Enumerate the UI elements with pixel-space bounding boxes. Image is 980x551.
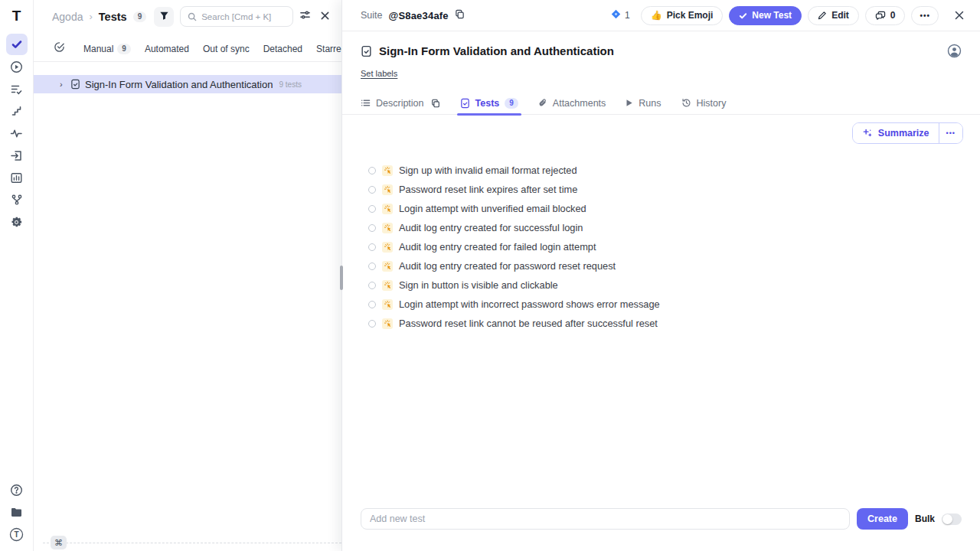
detail-titlebar: Sign-In Form Validation and Authenticati… xyxy=(342,31,980,58)
summarize-button-group: Summarize ••• xyxy=(852,122,963,144)
view-settings-button[interactable] xyxy=(299,9,311,24)
test-title: Audit log entry created for password res… xyxy=(399,260,616,272)
tab-attachments[interactable]: Attachments xyxy=(538,92,606,115)
test-row[interactable]: Audit log entry created for successful l… xyxy=(368,218,962,237)
gem-count: 1 xyxy=(625,10,630,21)
filter-tab-automated[interactable]: Automated xyxy=(145,44,189,54)
toggle-knob xyxy=(942,514,952,524)
new-test-label: New Test xyxy=(752,10,792,21)
rail-item-tests[interactable] xyxy=(6,34,28,55)
rail-item-pulse[interactable] xyxy=(6,122,28,144)
rail-item-plans[interactable] xyxy=(6,78,28,99)
copy-description-button[interactable] xyxy=(431,99,440,108)
tab-runs[interactable]: Runs xyxy=(626,92,661,115)
test-title: Sign up with invalid email format reject… xyxy=(399,165,577,176)
test-select-radio[interactable] xyxy=(368,320,376,328)
test-title: Password reset link cannot be reused aft… xyxy=(399,318,658,329)
test-title: Login attempt with incorrect password sh… xyxy=(399,298,660,310)
breadcrumb-section: Tests xyxy=(99,11,127,23)
test-select-radio[interactable] xyxy=(368,262,376,270)
sliders-icon xyxy=(299,9,311,24)
panel-resize-handle[interactable] xyxy=(340,266,343,290)
copy-icon xyxy=(455,8,465,22)
tab-description[interactable]: Description xyxy=(361,92,440,115)
detail-header: Suite @S8ae34afe 1 👍 Pick Emoji New Test xyxy=(342,0,980,31)
gem-icon xyxy=(611,8,621,22)
manual-test-icon xyxy=(382,184,393,195)
tests-count-badge: 9 xyxy=(133,11,147,22)
test-row[interactable]: Audit log entry created for failed login… xyxy=(368,237,962,256)
rail-item-analytics[interactable] xyxy=(6,167,28,188)
test-select-radio[interactable] xyxy=(368,301,376,308)
manual-test-icon xyxy=(382,204,393,214)
test-list: Sign up with invalid email format reject… xyxy=(342,144,980,333)
summarize-more-button[interactable]: ••• xyxy=(939,123,962,143)
manual-test-icon xyxy=(382,280,393,291)
filter-tab-manual[interactable]: Manual 9 xyxy=(83,44,131,54)
test-select-radio[interactable] xyxy=(368,167,376,174)
summarize-button[interactable]: Summarize xyxy=(853,123,939,143)
gem-counter[interactable]: 1 xyxy=(611,8,630,22)
tab-tests[interactable]: Tests 9 xyxy=(460,92,518,115)
test-select-radio[interactable] xyxy=(368,282,376,289)
edit-button[interactable]: Edit xyxy=(808,6,859,25)
manual-test-icon xyxy=(382,318,393,329)
test-row[interactable]: Audit log entry created for password res… xyxy=(368,256,962,276)
gear-icon xyxy=(10,216,23,229)
breadcrumb-separator: › xyxy=(89,11,92,22)
new-test-button[interactable]: New Test xyxy=(729,6,802,25)
test-row[interactable]: Sign in button is visible and clickable xyxy=(368,276,962,295)
rail-item-branches[interactable] xyxy=(6,189,28,210)
assignee-avatar-icon[interactable] xyxy=(947,44,962,58)
rail-item-help[interactable] xyxy=(6,479,28,500)
rail-item-projects[interactable] xyxy=(6,501,28,523)
set-labels-link[interactable]: Set labels xyxy=(361,69,397,78)
search-placeholder: Search [Cmd + K] xyxy=(201,12,271,21)
test-select-radio[interactable] xyxy=(368,186,376,194)
suite-tree-row[interactable]: › Sign-In Form Validation and Authentica… xyxy=(34,75,341,93)
test-row[interactable]: Sign up with invalid email format reject… xyxy=(368,161,962,180)
test-select-radio[interactable] xyxy=(368,205,376,213)
rail-item-import[interactable] xyxy=(6,145,28,166)
list-check-icon xyxy=(10,83,23,96)
search-input[interactable]: Search [Cmd + K] xyxy=(180,6,293,27)
chevron-right-icon[interactable]: › xyxy=(60,80,66,89)
comments-button[interactable]: 0 xyxy=(865,6,906,25)
breadcrumb-project[interactable]: Agoda xyxy=(52,11,83,23)
tab-attachments-label: Attachments xyxy=(553,98,606,109)
doc-check-icon xyxy=(460,98,470,109)
copy-suite-id-button[interactable] xyxy=(455,8,465,22)
filter-tab-label: Manual xyxy=(83,44,113,54)
test-row[interactable]: Password reset link expires after set ti… xyxy=(368,180,962,199)
manual-test-icon xyxy=(382,223,393,233)
test-row[interactable]: Login attempt with incorrect password sh… xyxy=(368,295,962,314)
filter-tab-detached[interactable]: Detached xyxy=(263,44,302,54)
app-logo[interactable]: T xyxy=(12,8,21,24)
rail-item-settings[interactable] xyxy=(6,211,28,233)
test-select-radio[interactable] xyxy=(368,243,376,251)
filter-tab-out-of-sync[interactable]: Out of sync xyxy=(203,44,250,54)
create-test-button[interactable]: Create xyxy=(857,508,908,530)
command-key-hint: ⌘ xyxy=(51,536,67,549)
test-select-radio[interactable] xyxy=(368,224,376,232)
bulk-mode-toggle[interactable] xyxy=(942,514,962,525)
filter-button[interactable] xyxy=(154,7,174,27)
play-icon xyxy=(626,99,633,107)
test-row[interactable]: Login attempt with unverified email bloc… xyxy=(368,199,962,218)
test-row[interactable]: Password reset link cannot be reused aft… xyxy=(368,314,962,333)
test-title: Login attempt with unverified email bloc… xyxy=(399,203,586,214)
more-actions-button[interactable]: ••• xyxy=(911,6,939,25)
rail-item-account[interactable]: T xyxy=(6,523,28,545)
app-rail: T xyxy=(0,0,34,551)
rail-item-runs[interactable] xyxy=(6,56,28,77)
manual-count-badge: 9 xyxy=(117,44,131,54)
select-all-button[interactable] xyxy=(54,41,65,56)
ellipsis-icon: ••• xyxy=(920,11,930,20)
rail-item-steps[interactable] xyxy=(6,100,28,122)
tab-tests-count-badge: 9 xyxy=(505,98,518,109)
close-search-button[interactable] xyxy=(320,10,330,24)
tab-history[interactable]: History xyxy=(681,92,727,115)
add-new-test-input[interactable] xyxy=(361,508,850,530)
close-panel-button[interactable] xyxy=(949,8,969,22)
pick-emoji-button[interactable]: 👍 Pick Emoji xyxy=(641,6,724,25)
